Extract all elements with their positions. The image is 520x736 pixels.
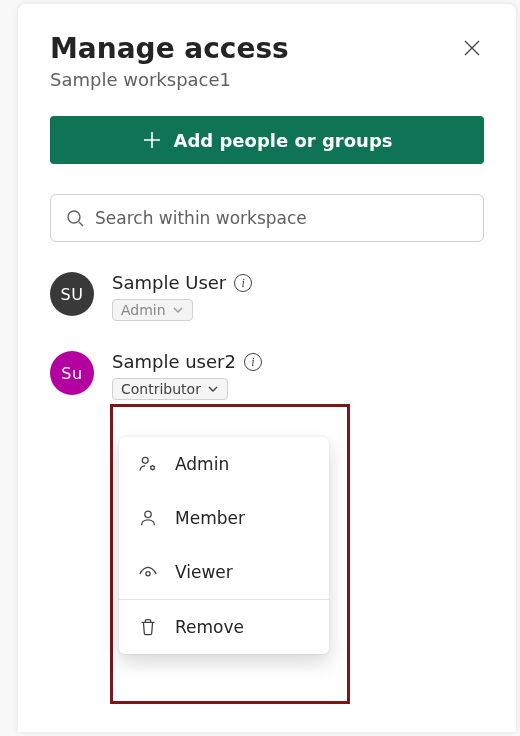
user-row: SU Sample User i Admin: [50, 272, 484, 321]
role-chip-locked: Admin: [112, 299, 193, 321]
role-option-label: Member: [175, 508, 245, 528]
info-icon[interactable]: i: [244, 353, 262, 371]
role-select[interactable]: Contributor: [112, 378, 228, 400]
svg-point-0: [68, 211, 80, 223]
role-label: Contributor: [121, 381, 201, 397]
eye-icon: [137, 561, 159, 583]
role-option-label: Admin: [175, 454, 229, 474]
info-icon[interactable]: i: [234, 274, 252, 292]
role-option-label: Viewer: [175, 562, 233, 582]
panel-title: Manage access: [50, 32, 484, 65]
add-people-button[interactable]: Add people or groups: [50, 116, 484, 164]
user-row: Su Sample user2 i Contributor: [50, 351, 484, 400]
close-button[interactable]: [458, 34, 486, 62]
svg-point-2: [151, 466, 155, 470]
user-list: SU Sample User i Admin Su Sample user2 i: [50, 272, 484, 400]
search-input[interactable]: [95, 208, 469, 228]
role-option-viewer[interactable]: Viewer: [119, 545, 329, 599]
svg-point-1: [142, 457, 148, 463]
search-icon: [65, 208, 85, 228]
user-name-line: Sample user2 i: [112, 351, 262, 372]
trash-icon: [137, 616, 159, 638]
user-name: Sample User: [112, 272, 226, 293]
highlight-box: Admin Member Viewer Remove: [110, 404, 350, 704]
add-people-label: Add people or groups: [173, 130, 392, 151]
svg-point-3: [145, 511, 151, 517]
user-name-line: Sample User i: [112, 272, 252, 293]
role-label: Admin: [121, 302, 166, 318]
user-info: Sample user2 i Contributor: [112, 351, 262, 400]
search-field[interactable]: [50, 194, 484, 242]
avatar: Su: [50, 351, 94, 395]
panel-header: Manage access Sample workspace1: [50, 32, 484, 90]
people-admin-icon: [137, 453, 159, 475]
panel-subtitle: Sample workspace1: [50, 69, 484, 90]
close-icon: [462, 38, 482, 58]
svg-point-4: [146, 572, 150, 576]
plus-icon: [141, 129, 163, 151]
chevron-down-icon: [172, 304, 184, 316]
role-option-remove[interactable]: Remove: [119, 600, 329, 654]
avatar: SU: [50, 272, 94, 316]
user-info: Sample User i Admin: [112, 272, 252, 321]
role-option-member[interactable]: Member: [119, 491, 329, 545]
role-option-admin[interactable]: Admin: [119, 437, 329, 491]
user-name: Sample user2: [112, 351, 236, 372]
role-option-label: Remove: [175, 617, 244, 637]
role-dropdown: Admin Member Viewer Remove: [119, 437, 329, 654]
person-icon: [137, 507, 159, 529]
chevron-down-icon: [207, 383, 219, 395]
